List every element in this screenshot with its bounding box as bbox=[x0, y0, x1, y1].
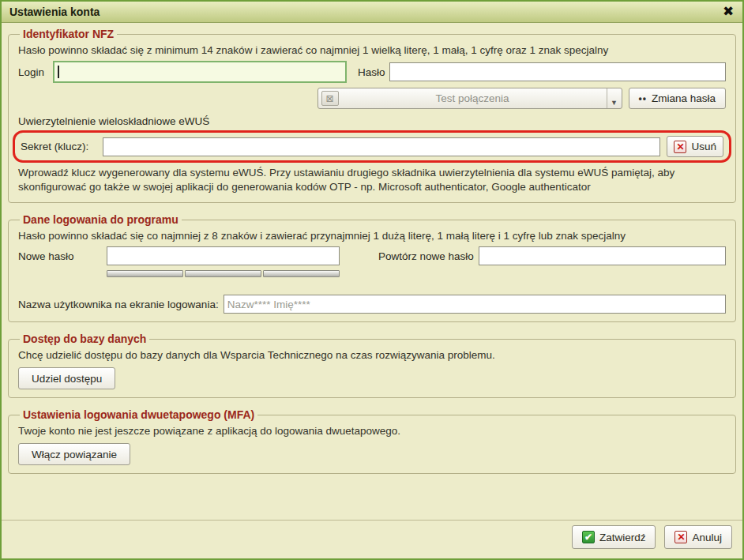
password-strength-meter bbox=[107, 270, 340, 277]
enable-mfa-label: Włącz powiązanie bbox=[32, 449, 117, 460]
cancel-button[interactable]: ✕ Anuluj bbox=[664, 525, 732, 549]
section-program-login: Dane logowania do programu Hasło powinno… bbox=[8, 213, 736, 322]
text-caret bbox=[58, 66, 59, 78]
grant-access-button[interactable]: Udziel dostępu bbox=[18, 367, 115, 389]
change-password-button[interactable]: •• Zmiana hasła bbox=[629, 88, 726, 109]
ewus-mfa-heading: Uwierzytelnienie wieloskładniowe eWUŚ bbox=[18, 115, 726, 127]
login-field-wrap bbox=[53, 61, 347, 83]
section-program-login-legend: Dane logowania do programu bbox=[20, 213, 182, 226]
dialog-footer: ✔ Zatwierdź ✕ Anuluj bbox=[2, 521, 742, 558]
cancel-label: Anuluj bbox=[692, 532, 722, 543]
titlebar: Ustawienia konta ✖ bbox=[2, 2, 742, 23]
repeat-password-input[interactable] bbox=[479, 246, 726, 265]
dialog-content: Identyfikator NFZ Hasło powinno składać … bbox=[2, 23, 742, 521]
nfz-password-hint: Hasło powinno składać się z minimum 14 z… bbox=[18, 44, 726, 56]
close-icon[interactable]: ✖ bbox=[720, 4, 737, 20]
enable-mfa-button[interactable]: Włącz powiązanie bbox=[18, 443, 130, 465]
dialog-title: Ustawienia konta bbox=[9, 6, 100, 18]
delete-secret-button[interactable]: ✕ Usuń bbox=[667, 136, 723, 157]
section-database-access-legend: Dostęp do bazy danych bbox=[20, 333, 149, 345]
username-display-label: Nazwa użytkownika na ekranie logowania: bbox=[18, 299, 219, 310]
ewus-info-text: Wprowadź klucz wygenerowany dla systemu … bbox=[18, 166, 726, 194]
username-display-input[interactable] bbox=[224, 295, 726, 314]
password-dots-icon: •• bbox=[639, 93, 647, 104]
mfa-status-text: Twoje konto nie jest jeszcze powiązane z… bbox=[18, 425, 726, 437]
password-label: Hasło bbox=[358, 66, 389, 78]
secret-key-label: Sekret (klucz): bbox=[21, 141, 103, 152]
section-database-access: Dostęp do bazy danych Chcę udzielić dost… bbox=[8, 333, 736, 398]
confirm-check-icon: ✔ bbox=[582, 531, 595, 543]
account-settings-dialog: Ustawienia konta ✖ Identyfikator NFZ Has… bbox=[0, 0, 744, 560]
delete-secret-label: Usuń bbox=[691, 141, 716, 152]
login-input[interactable] bbox=[53, 61, 347, 83]
password-strength-segment bbox=[107, 270, 183, 277]
password-input[interactable] bbox=[389, 62, 726, 81]
change-password-label: Zmiana hasła bbox=[652, 92, 716, 104]
grant-access-label: Udziel dostępu bbox=[32, 373, 102, 385]
database-access-text: Chcę udzielić dostępu do bazy danych dla… bbox=[18, 349, 726, 361]
password-strength-segment bbox=[263, 270, 340, 277]
test-connection-icon: ⊠ bbox=[321, 91, 339, 106]
confirm-button[interactable]: ✔ Zatwierdź bbox=[572, 525, 656, 549]
login-label: Login bbox=[18, 66, 53, 78]
section-mfa: Ustawienia logowania dwuetapowego (MFA) … bbox=[8, 408, 736, 474]
section-mfa-legend: Ustawienia logowania dwuetapowego (MFA) bbox=[20, 408, 257, 421]
chevron-down-icon[interactable]: ▼ bbox=[607, 88, 622, 108]
secret-key-input[interactable] bbox=[103, 137, 660, 156]
test-connection-button[interactable]: ⊠ Test połączenia ▼ bbox=[318, 88, 622, 109]
repeat-password-label: Powtórz nowe hasło bbox=[378, 250, 474, 262]
cancel-x-icon: ✕ bbox=[674, 531, 687, 543]
test-connection-label: Test połączenia bbox=[339, 88, 607, 108]
new-password-input[interactable] bbox=[107, 246, 340, 265]
new-password-label: Nowe hasło bbox=[18, 250, 107, 262]
program-password-hint: Hasło powinno składać się co najmniej z … bbox=[18, 230, 726, 242]
password-strength-segment bbox=[185, 270, 261, 277]
confirm-label: Zatwierdź bbox=[599, 532, 646, 543]
secret-highlight-annotation: Sekret (klucz): ✕ Usuń bbox=[13, 130, 731, 163]
section-nfz: Identyfikator NFZ Hasło powinno składać … bbox=[8, 28, 736, 203]
delete-x-icon: ✕ bbox=[674, 141, 686, 153]
section-nfz-legend: Identyfikator NFZ bbox=[20, 28, 117, 40]
